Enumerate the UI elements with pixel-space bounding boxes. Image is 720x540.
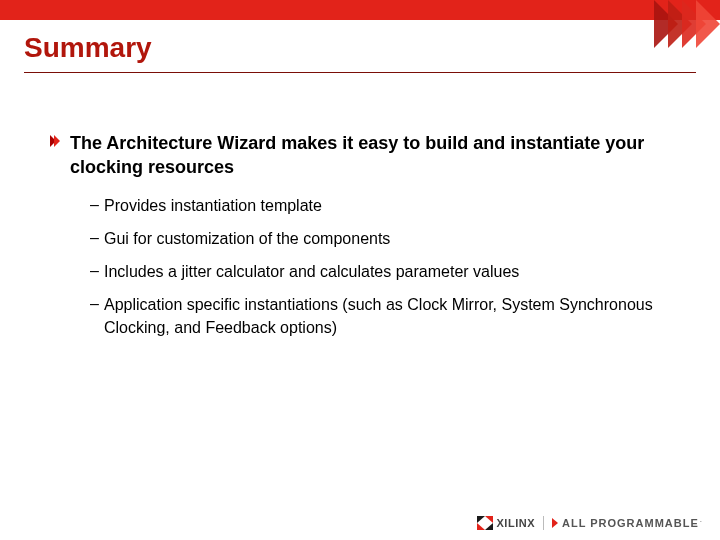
xilinx-logo: XILINX [477,516,535,530]
lead-bullet-row: The Architecture Wizard makes it easy to… [50,131,660,180]
list-item: – Includes a jitter calculator and calcu… [90,260,660,283]
list-item: – Application specific instantiations (s… [90,293,660,339]
dash-icon: – [90,194,104,216]
tagline-dot: . [700,515,702,524]
title-block: Summary [0,20,720,79]
tagline: ALL PROGRAMMABLE [562,517,699,529]
lead-text: The Architecture Wizard makes it easy to… [70,131,660,180]
slide: Summary The Architecture Wizard makes it… [0,0,720,540]
dash-icon: – [90,293,104,315]
divider [543,516,544,530]
sub-bullets: – Provides instantiation template – Gui … [50,194,660,340]
chevron-bullet-icon [50,135,62,147]
slide-title: Summary [24,32,696,64]
sub-text: Provides instantiation template [104,194,322,217]
sub-text: Gui for customization of the components [104,227,390,250]
xilinx-mark-icon [477,516,493,530]
dash-icon: – [90,260,104,282]
tagline-wrap: ALL PROGRAMMABLE . [552,517,702,529]
corner-chevrons-icon [654,0,720,48]
title-rule [24,72,696,73]
footer-branding: XILINX ALL PROGRAMMABLE . [477,516,702,530]
sub-text: Application specific instantiations (suc… [104,293,660,339]
list-item: – Provides instantiation template [90,194,660,217]
dash-icon: – [90,227,104,249]
list-item: – Gui for customization of the component… [90,227,660,250]
header-bar [0,0,720,20]
brand-name: XILINX [497,517,535,529]
content-body: The Architecture Wizard makes it easy to… [0,79,720,340]
sub-text: Includes a jitter calculator and calcula… [104,260,519,283]
tagline-chevron-icon [552,518,558,528]
